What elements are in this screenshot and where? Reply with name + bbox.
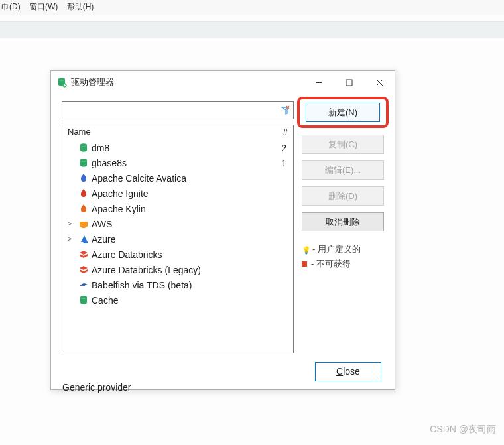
driver-icon (78, 219, 89, 229)
driver-row[interactable]: gbase8s1 (62, 155, 293, 170)
driver-count: 1 (277, 158, 293, 168)
toolbar-stripe (0, 21, 504, 38)
driver-label: Azure Databricks (92, 249, 277, 260)
driver-row[interactable]: >AWS (62, 216, 293, 231)
driver-icon (78, 249, 89, 260)
menubar: ⼱(D) 窗口(W) 帮助(H) (0, 0, 504, 15)
new-button-highlight: 新建(N) (297, 97, 389, 128)
right-column: 新建(N) 复制(C) 编辑(E)... 删除(D) 取消删除 💡 - 用户定义… (302, 101, 384, 353)
driver-icon (78, 295, 89, 306)
driver-label: Azure (92, 234, 277, 245)
new-button[interactable]: 新建(N) (306, 103, 380, 122)
undelete-button[interactable]: 取消删除 (302, 212, 384, 231)
driver-label: Apache Calcite Avatica (92, 173, 277, 184)
driver-label: Babelfish via TDS (beta) (92, 280, 277, 290)
driver-row[interactable]: Apache Ignite (62, 186, 293, 201)
driver-row[interactable]: Babelfish via TDS (beta) (62, 277, 293, 292)
svg-point-3 (80, 143, 87, 146)
driver-icon (78, 158, 89, 168)
svg-rect-5 (80, 222, 88, 227)
driver-icon (78, 143, 89, 153)
driver-label: Cache (92, 295, 277, 306)
titlebar: 驱动管理器 (51, 71, 395, 94)
driver-row[interactable]: Azure Databricks (62, 247, 293, 262)
minimize-button[interactable] (303, 72, 334, 92)
driver-row[interactable]: dm82 (62, 140, 293, 155)
column-name[interactable]: Name (62, 125, 275, 140)
delete-button[interactable]: 删除(D) (302, 186, 384, 206)
driver-icon (78, 234, 89, 245)
driver-row[interactable]: >Azure (62, 231, 293, 247)
clear-filter-icon[interactable] (281, 105, 290, 115)
tree-header: Name # (62, 125, 293, 140)
driver-manager-dialog: 驱动管理器 Name # dm82gbase8s1Apache Calcite … (50, 70, 395, 390)
bulb-icon: 💡 (302, 246, 308, 253)
svg-point-0 (58, 78, 65, 80)
driver-row[interactable]: Apache Calcite Avatica (62, 170, 293, 186)
driver-label: Azure Databricks (Legacy) (92, 265, 277, 275)
driver-label: dm8 (92, 143, 277, 153)
filter-row (62, 101, 294, 119)
unavailable-icon (302, 261, 307, 267)
menu-window[interactable]: 窗口(W) (29, 2, 58, 11)
left-column: Name # dm82gbase8s1Apache Calcite Avatic… (62, 101, 294, 353)
legend-user-defined: 💡 - 用户定义的 (302, 242, 384, 257)
legend-unavailable: - 不可获得 (302, 257, 384, 271)
driver-icon (78, 173, 89, 184)
filter-input[interactable] (62, 101, 294, 119)
driver-label: gbase8s (92, 158, 277, 168)
svg-point-4 (80, 159, 87, 161)
legend: 💡 - 用户定义的 - 不可获得 (302, 242, 384, 271)
driver-label: Apache Ignite (92, 188, 277, 199)
expander-icon[interactable]: > (68, 220, 76, 227)
driver-icon (78, 188, 89, 199)
legend-user-defined-label: - 用户定义的 (312, 243, 361, 255)
driver-label: Apache Kylin (92, 204, 277, 214)
dialog-body: Name # dm82gbase8s1Apache Calcite Avatic… (51, 94, 395, 353)
watermark: CSDN @夜司雨 (430, 424, 496, 436)
menu-help[interactable]: 帮助(H) (67, 2, 94, 11)
driver-icon (78, 265, 89, 275)
copy-button[interactable]: 复制(C) (302, 135, 384, 154)
close-window-button[interactable] (364, 72, 395, 92)
driver-row[interactable]: Apache Kylin (62, 201, 293, 216)
edit-button[interactable]: 编辑(E)... (302, 160, 384, 180)
database-icon (56, 77, 67, 88)
driver-tree: Name # dm82gbase8s1Apache Calcite Avatic… (62, 125, 294, 353)
driver-count: 2 (277, 143, 293, 153)
legend-unavailable-label: - 不可获得 (311, 258, 351, 270)
driver-label: AWS (92, 219, 277, 229)
menu-file[interactable]: ⼱(D) (1, 2, 21, 11)
driver-row[interactable]: Cache (62, 292, 293, 308)
driver-icon (78, 280, 89, 290)
driver-icon (78, 204, 89, 214)
maximize-button[interactable] (334, 72, 364, 92)
provider-label: Generic provider (62, 382, 131, 393)
svg-rect-2 (346, 80, 352, 86)
column-count[interactable]: # (275, 125, 293, 140)
close-button[interactable]: Close (315, 362, 381, 381)
dialog-title: 驱动管理器 (71, 76, 114, 88)
svg-point-6 (80, 296, 87, 298)
driver-row[interactable]: Azure Databricks (Legacy) (62, 262, 293, 277)
tree-list[interactable]: dm82gbase8s1Apache Calcite AvaticaApache… (62, 140, 293, 353)
expander-icon[interactable]: > (68, 235, 76, 243)
